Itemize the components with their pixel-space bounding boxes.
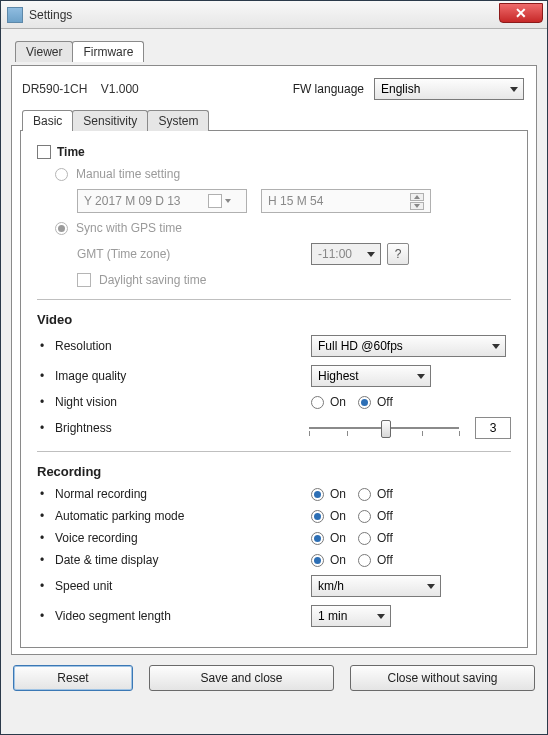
night-vision-row: • Night vision On Off: [37, 395, 511, 409]
night-vision-label: Night vision: [55, 395, 255, 409]
firmware-model: DR590-1CH: [22, 82, 87, 96]
datetime-on-radio[interactable]: [311, 554, 324, 567]
speed-unit-row: • Speed unit km/h: [37, 575, 511, 597]
fw-language-value: English: [381, 82, 420, 96]
normal-recording-row: • Normal recording On Off: [37, 487, 511, 501]
segment-length-label: Video segment length: [55, 609, 255, 623]
tab-viewer[interactable]: Viewer: [15, 41, 73, 62]
gmt-row: GMT (Time zone) -11:00 ?: [77, 243, 511, 265]
segment-length-select[interactable]: 1 min: [311, 605, 391, 627]
close-without-saving-button[interactable]: Close without saving: [350, 665, 535, 691]
gmt-value: -11:00: [318, 247, 352, 261]
fw-language-label: FW language: [293, 82, 364, 96]
voice-off-radio[interactable]: [358, 532, 371, 545]
tab-basic[interactable]: Basic: [22, 110, 73, 131]
sub-tab-strip: Basic Sensitivity System: [22, 110, 528, 131]
gmt-select[interactable]: -11:00: [311, 243, 381, 265]
section-time: Time: [37, 145, 511, 159]
speed-unit-label: Speed unit: [55, 579, 255, 593]
separator: [37, 299, 511, 300]
gmt-label: GMT (Time zone): [77, 247, 277, 261]
section-video: Video: [37, 312, 511, 327]
firmware-model-version: DR590-1CH V1.000: [22, 82, 139, 96]
dst-row: Daylight saving time: [77, 273, 511, 287]
night-vision-on-label: On: [330, 395, 352, 409]
brightness-value: 3: [475, 417, 511, 439]
firmware-version: V1.000: [101, 82, 139, 96]
segment-length-value: 1 min: [318, 609, 347, 623]
speed-unit-value: km/h: [318, 579, 344, 593]
time-enable-checkbox[interactable]: [37, 145, 51, 159]
separator-2: [37, 451, 511, 452]
dst-checkbox[interactable]: [77, 273, 91, 287]
manual-time-row: Manual time setting: [55, 167, 511, 181]
chevron-up-icon[interactable]: [410, 193, 424, 201]
calendar-icon: [208, 194, 222, 208]
resolution-select[interactable]: Full HD @60fps: [311, 335, 506, 357]
time-value: H 15 M 54: [268, 194, 323, 208]
chevron-down-icon[interactable]: [410, 202, 424, 210]
voice-on-radio[interactable]: [311, 532, 324, 545]
footer-buttons: Reset Save and close Close without savin…: [11, 655, 537, 693]
resolution-value: Full HD @60fps: [318, 339, 403, 353]
segment-length-row: • Video segment length 1 min: [37, 605, 511, 627]
sync-gps-label: Sync with GPS time: [76, 221, 182, 235]
manual-time-inputs: Y 2017 M 09 D 13 H 15 M 54: [77, 189, 511, 213]
gmt-help-button[interactable]: ?: [387, 243, 409, 265]
parking-off-radio[interactable]: [358, 510, 371, 523]
night-vision-off-radio[interactable]: [358, 396, 371, 409]
speed-unit-select[interactable]: km/h: [311, 575, 441, 597]
firmware-info-row: DR590-1CH V1.000 FW language English: [20, 72, 528, 110]
image-quality-select[interactable]: Highest: [311, 365, 431, 387]
basic-panel: Time Manual time setting Y 2017 M 09 D 1…: [20, 130, 528, 648]
sync-gps-row: Sync with GPS time: [55, 221, 511, 235]
time-spinner[interactable]: [410, 193, 424, 210]
window-title: Settings: [29, 8, 72, 22]
manual-time-label: Manual time setting: [76, 167, 180, 181]
voice-recording-label: Voice recording: [55, 531, 255, 545]
app-icon: [7, 7, 23, 23]
sync-gps-radio[interactable]: [55, 222, 68, 235]
night-vision-on-radio[interactable]: [311, 396, 324, 409]
normal-off-radio[interactable]: [358, 488, 371, 501]
firmware-panel: DR590-1CH V1.000 FW language English Bas…: [11, 65, 537, 655]
top-tab-strip: Viewer Firmware: [15, 41, 537, 62]
time-input[interactable]: H 15 M 54: [261, 189, 431, 213]
manual-time-radio[interactable]: [55, 168, 68, 181]
resolution-label: Resolution: [55, 339, 255, 353]
normal-recording-label: Normal recording: [55, 487, 255, 501]
image-quality-label: Image quality: [55, 369, 255, 383]
datetime-off-radio[interactable]: [358, 554, 371, 567]
content-area: Viewer Firmware DR590-1CH V1.000 FW lang…: [1, 29, 547, 734]
title-bar: Settings ✕: [1, 1, 547, 29]
date-value: Y 2017 M 09 D 13: [84, 194, 181, 208]
image-quality-value: Highest: [318, 369, 359, 383]
image-quality-row: • Image quality Highest: [37, 365, 511, 387]
tab-firmware[interactable]: Firmware: [72, 41, 144, 62]
tab-sensitivity[interactable]: Sensitivity: [72, 110, 148, 131]
normal-on-radio[interactable]: [311, 488, 324, 501]
dst-label: Daylight saving time: [99, 273, 206, 287]
parking-mode-row: • Automatic parking mode On Off: [37, 509, 511, 523]
tab-system[interactable]: System: [147, 110, 209, 131]
time-section-label: Time: [57, 145, 85, 159]
resolution-row: • Resolution Full HD @60fps: [37, 335, 511, 357]
fw-language-select[interactable]: English: [374, 78, 524, 100]
datetime-display-row: • Date & time display On Off: [37, 553, 511, 567]
save-and-close-button[interactable]: Save and close: [149, 665, 334, 691]
night-vision-off-label: Off: [377, 395, 399, 409]
brightness-slider[interactable]: [309, 418, 459, 438]
section-recording: Recording: [37, 464, 511, 479]
parking-on-radio[interactable]: [311, 510, 324, 523]
close-icon[interactable]: ✕: [499, 3, 543, 23]
voice-recording-row: • Voice recording On Off: [37, 531, 511, 545]
parking-mode-label: Automatic parking mode: [55, 509, 255, 523]
reset-button[interactable]: Reset: [13, 665, 133, 691]
datetime-display-label: Date & time display: [55, 553, 255, 567]
date-input[interactable]: Y 2017 M 09 D 13: [77, 189, 247, 213]
brightness-label: Brightness: [55, 421, 255, 435]
brightness-row: • Brightness 3: [37, 417, 511, 439]
settings-window: Settings ✕ Viewer Firmware DR590-1CH V1.…: [0, 0, 548, 735]
